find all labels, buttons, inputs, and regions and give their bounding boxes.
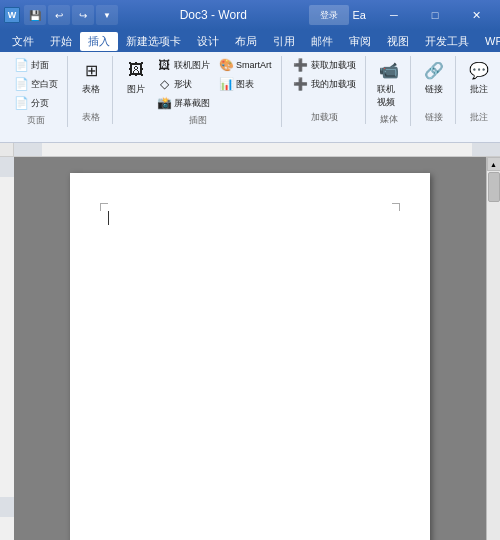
- ruler-vertical-area: [0, 157, 14, 540]
- ribbon-btn-video[interactable]: 📹 联机视频: [374, 56, 404, 111]
- ribbon-btn-picture[interactable]: 🖼 图片: [121, 56, 151, 98]
- group-label-comment: 批注: [470, 111, 488, 124]
- menu-dev[interactable]: 开发工具: [417, 32, 477, 51]
- ribbon-btn-comment[interactable]: 💬 批注: [464, 56, 494, 98]
- cover-label: 封面: [31, 59, 49, 72]
- menu-references[interactable]: 引用: [265, 32, 303, 51]
- ruler-v-svg: [0, 157, 14, 517]
- menu-view[interactable]: 视图: [379, 32, 417, 51]
- shape-label: 形状: [174, 78, 192, 91]
- chart-icon: 📊: [218, 76, 234, 92]
- word-page[interactable]: [70, 173, 430, 540]
- get-addins-icon: ➕: [293, 57, 309, 73]
- group-label-page: 页面: [27, 114, 45, 127]
- menu-wpspdf[interactable]: WPS PDF: [477, 33, 500, 49]
- window-title: Doc3 - Word: [118, 8, 309, 22]
- close-btn[interactable]: ✕: [456, 0, 496, 30]
- video-label: 联机视频: [377, 83, 401, 109]
- ribbon-btn-screenshot[interactable]: 📸 屏幕截图: [153, 94, 213, 112]
- group-label-illus: 插图: [189, 114, 207, 127]
- menu-layout[interactable]: 布局: [227, 32, 265, 51]
- ribbon-btn-table[interactable]: ⊞ 表格: [76, 56, 106, 98]
- ribbon-btn-blank[interactable]: 📄 空白页: [10, 75, 61, 93]
- ribbon-group-media: 📹 联机视频 媒体: [368, 56, 411, 126]
- cover-icon: 📄: [13, 57, 29, 73]
- undo-quick-btn[interactable]: ↩: [48, 5, 70, 25]
- menu-mail[interactable]: 邮件: [303, 32, 341, 51]
- ribbon-btn-shape[interactable]: ◇ 形状: [153, 75, 213, 93]
- redo-quick-btn[interactable]: ↪: [72, 5, 94, 25]
- smartart-icon: 🎨: [218, 57, 234, 73]
- menu-design[interactable]: 设计: [189, 32, 227, 51]
- minimize-btn[interactable]: ─: [374, 0, 414, 30]
- scroll-up-btn[interactable]: ▲: [487, 157, 501, 171]
- ribbon-btn-my-addins[interactable]: ➕ 我的加载项: [290, 75, 359, 93]
- ribbon-group-table-content: ⊞ 表格: [76, 56, 106, 109]
- ribbon-btn-smartart[interactable]: 🎨 SmartArt: [215, 56, 275, 74]
- ribbon-btn-link[interactable]: 🔗 链接: [419, 56, 449, 98]
- ribbon-group-link: 🔗 链接 链接: [413, 56, 456, 124]
- ea-label: Ea: [353, 9, 366, 21]
- smartart-label: SmartArt: [236, 60, 272, 70]
- ribbon: 📄 封面 📄 空白页 📄 分页 页面 ⊞ 表格 表格: [0, 52, 500, 143]
- my-addins-label: 我的加载项: [311, 78, 356, 91]
- scroll-thumb-v[interactable]: [488, 172, 500, 202]
- ribbon-btn-break[interactable]: 📄 分页: [10, 94, 61, 112]
- break-label: 分页: [31, 97, 49, 110]
- menu-newtab[interactable]: 新建选项卡: [118, 32, 189, 51]
- scrollbar-vertical[interactable]: ▲ ▼: [486, 157, 500, 540]
- menu-insert[interactable]: 插入: [80, 32, 118, 51]
- menu-file[interactable]: 文件: [4, 32, 42, 51]
- ribbon-group-comment-content: 💬 批注: [464, 56, 494, 109]
- comment-icon: 💬: [467, 58, 491, 82]
- ruler-area: [0, 143, 500, 157]
- ribbon-group-table: ⊞ 表格 表格: [70, 56, 113, 124]
- svg-rect-0: [14, 143, 500, 157]
- menu-review[interactable]: 审阅: [341, 32, 379, 51]
- shape-icon: ◇: [156, 76, 172, 92]
- my-addins-icon: ➕: [293, 76, 309, 92]
- ribbon-group-media-content: 📹 联机视频: [374, 56, 404, 111]
- comment-label: 批注: [470, 83, 488, 96]
- margin-mark-tr: [392, 203, 400, 211]
- maximize-btn[interactable]: □: [415, 0, 455, 30]
- svg-rect-5: [0, 497, 14, 517]
- customize-quick-btn[interactable]: ▼: [96, 5, 118, 25]
- video-icon: 📹: [377, 58, 401, 82]
- group-label-link: 链接: [425, 111, 443, 124]
- link-icon: 🔗: [422, 58, 446, 82]
- ribbon-group-comment: 💬 批注 批注: [458, 56, 500, 124]
- group-label-table: 表格: [82, 111, 100, 124]
- get-addins-label: 获取加载项: [311, 59, 356, 72]
- save-quick-btn[interactable]: 💾: [24, 5, 46, 25]
- ruler-horizontal: [14, 143, 500, 157]
- ribbon-group-addins: ➕ 获取加载项 ➕ 我的加载项 加载项: [284, 56, 366, 124]
- menu-bar: 文件 开始 插入 新建选项卡 设计 布局 引用 邮件 审阅 视图 开发工具 WP…: [0, 30, 500, 52]
- break-icon: 📄: [13, 95, 29, 111]
- scroll-track-v[interactable]: [487, 171, 500, 540]
- signin-btn[interactable]: 登录: [309, 5, 349, 25]
- svg-rect-4: [0, 157, 14, 177]
- ribbon-btn-chart[interactable]: 📊 图表: [215, 75, 275, 93]
- picture-icon: 🖼: [124, 58, 148, 82]
- app-icon: W: [4, 7, 20, 23]
- text-cursor: [108, 211, 109, 225]
- svg-rect-3: [0, 157, 14, 517]
- ribbon-btn-get-addins[interactable]: ➕ 获取加载项: [290, 56, 359, 74]
- ribbon-group-illustration: 🖼 图片 🖼 联机图片 ◇ 形状 📸 屏幕截图 🎨: [115, 56, 282, 127]
- ribbon-group-link-content: 🔗 链接: [419, 56, 449, 109]
- title-bar: W 💾 ↩ ↪ ▼ Doc3 - Word 登录 Ea ─ □ ✕: [0, 0, 500, 30]
- ribbon-group-addins-content: ➕ 获取加载项 ➕ 我的加载项: [290, 56, 359, 109]
- ribbon-btn-cover[interactable]: 📄 封面: [10, 56, 61, 74]
- svg-rect-2: [472, 143, 500, 157]
- ribbon-group-illus-content: 🖼 图片 🖼 联机图片 ◇ 形状 📸 屏幕截图 🎨: [121, 56, 275, 112]
- svg-rect-1: [14, 143, 42, 157]
- menu-home[interactable]: 开始: [42, 32, 80, 51]
- picture-label: 图片: [127, 83, 145, 96]
- page-canvas: 百 百度搜索: [14, 157, 486, 540]
- ruler-h-svg: [14, 143, 500, 157]
- margin-mark-tl: [100, 203, 108, 211]
- chart-label: 图表: [236, 78, 254, 91]
- ribbon-btn-online-pic[interactable]: 🖼 联机图片: [153, 56, 213, 74]
- window-controls: ─ □ ✕: [374, 0, 496, 30]
